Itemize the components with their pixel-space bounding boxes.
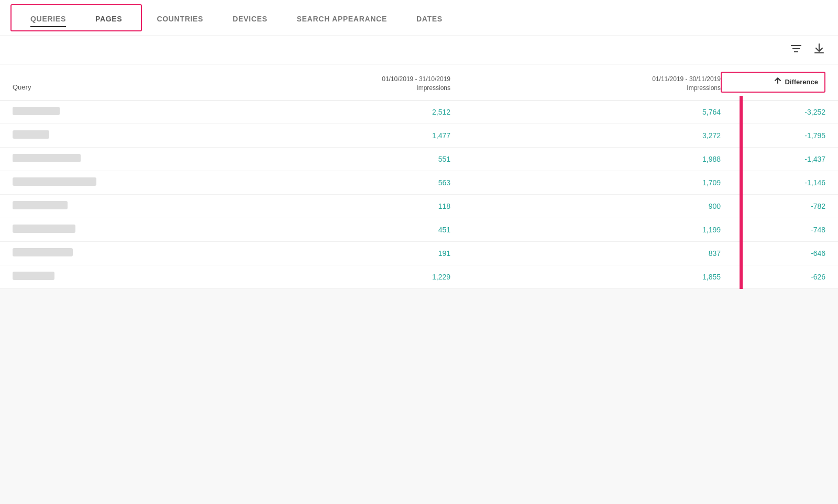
period2-value: 837	[450, 249, 721, 257]
diff-value: -782	[721, 202, 825, 210]
query-cell	[13, 272, 180, 282]
table-row: 118 900 -782	[0, 195, 838, 218]
query-cell	[13, 177, 180, 188]
download-icon[interactable]	[813, 42, 825, 58]
col-header-difference[interactable]: Difference	[721, 72, 825, 93]
query-cell	[13, 225, 180, 235]
query-cell	[13, 107, 180, 117]
tab-countries[interactable]: COUNTRIES	[146, 0, 218, 36]
period1-value: 118	[180, 202, 450, 210]
table-row: 191 837 -646	[0, 242, 838, 265]
query-cell	[13, 248, 180, 259]
filter-icon[interactable]	[790, 43, 802, 57]
tab-pages[interactable]: PAGES	[81, 5, 137, 30]
table-header-row: Query 01/10/2019 - 31/10/2019 Impression…	[0, 64, 838, 100]
col-header-period2: 01/11/2019 - 30/11/2019 Impressions	[450, 75, 721, 93]
tab-search-appearance[interactable]: SEARCH APPEARANCE	[282, 0, 402, 36]
tab-dates[interactable]: DATES	[402, 0, 457, 36]
period2-value: 1,988	[450, 155, 721, 163]
diff-value: -3,252	[721, 108, 825, 116]
period1-value: 1,229	[180, 273, 450, 281]
toolbar	[0, 36, 838, 64]
period1-value: 191	[180, 249, 450, 257]
tab-queries[interactable]: QUERIES	[16, 5, 81, 30]
blurred-query	[13, 248, 73, 256]
blurred-query	[13, 130, 49, 139]
table-row: 563 1,709 -1,146	[0, 171, 838, 195]
selected-tab-group: QUERIES PAGES	[10, 4, 142, 31]
diff-value: -748	[721, 226, 825, 234]
sort-up-icon	[774, 77, 781, 87]
diff-value: -1,437	[721, 155, 825, 163]
period1-value: 551	[180, 155, 450, 163]
data-table: Query 01/10/2019 - 31/10/2019 Impression…	[0, 64, 838, 289]
period2-value: 1,855	[450, 273, 721, 281]
blurred-query	[13, 272, 54, 280]
table-row: 451 1,199 -748	[0, 218, 838, 242]
query-cell	[13, 201, 180, 211]
col-header-query: Query	[13, 83, 180, 92]
query-cell	[13, 130, 180, 141]
blurred-query	[13, 225, 75, 233]
table-row: 1,477 3,272 -1,795	[0, 124, 838, 148]
col-header-period1: 01/10/2019 - 31/10/2019 Impressions	[180, 75, 450, 93]
period2-value: 5,764	[450, 108, 721, 116]
period2-value: 1,199	[450, 226, 721, 234]
period2-value: 1,709	[450, 178, 721, 187]
diff-value: -626	[721, 273, 825, 281]
query-cell	[13, 154, 180, 164]
table-row: 1,229 1,855 -626	[0, 265, 838, 289]
period2-value: 3,272	[450, 131, 721, 140]
blurred-query	[13, 201, 68, 209]
table-row: 2,512 5,764 -3,252	[0, 100, 838, 124]
diff-value: -1,795	[721, 131, 825, 140]
diff-value: -646	[721, 249, 825, 257]
blurred-query	[13, 107, 60, 115]
tabs-bar: QUERIES PAGES COUNTRIES DEVICES SEARCH A…	[0, 0, 838, 36]
tab-devices[interactable]: DEVICES	[218, 0, 282, 36]
period2-value: 900	[450, 202, 721, 210]
blurred-query	[13, 154, 81, 162]
diff-value: -1,146	[721, 178, 825, 187]
period1-value: 563	[180, 178, 450, 187]
table-row: 551 1,988 -1,437	[0, 148, 838, 171]
period1-value: 1,477	[180, 131, 450, 140]
period1-value: 451	[180, 226, 450, 234]
period1-value: 2,512	[180, 108, 450, 116]
table-rows: 2,512 5,764 -3,252 1,477 3,272 -1,795 55…	[0, 100, 838, 289]
blurred-query	[13, 177, 96, 186]
